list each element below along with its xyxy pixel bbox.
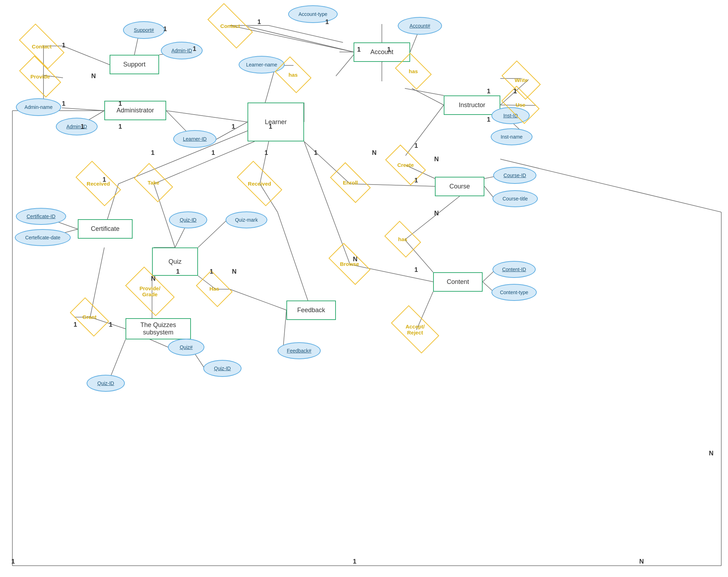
- card-10: 1: [118, 123, 122, 130]
- attr-content-id: Content-ID: [493, 261, 536, 278]
- rel-contact-left: Contact: [22, 35, 62, 57]
- rel-create: Create: [388, 155, 423, 175]
- card-30: 1: [513, 88, 517, 95]
- card-5: 1: [62, 42, 65, 49]
- card-24: 1: [414, 266, 418, 274]
- card-3: 1: [193, 45, 196, 53]
- rel-has-course: has: [388, 229, 417, 249]
- card-26: 1: [176, 268, 180, 275]
- rel-received-mid: Received: [240, 173, 279, 194]
- attr-admin-name: Admin-name: [16, 98, 61, 116]
- svg-line-35: [412, 88, 444, 105]
- svg-line-10: [336, 55, 354, 76]
- rel-provide: Provide: [22, 66, 58, 87]
- card-6: N: [91, 72, 96, 80]
- attr-support-num: Support#: [123, 21, 165, 39]
- attr-quiz-id-bottom: Quiz-ID: [203, 360, 241, 377]
- er-diagram: Account Support Administrator Learner In…: [0, 0, 728, 577]
- card-37: N: [232, 268, 237, 275]
- entity-learner: Learner: [247, 103, 304, 141]
- attr-quiz-id-top: Quiz-ID: [169, 211, 207, 228]
- rel-provide-grade: Provide/Grade: [129, 279, 171, 304]
- attr-account-num: Account#: [398, 17, 442, 35]
- card-17: 1: [314, 149, 318, 157]
- card-39: 1: [387, 46, 391, 53]
- card-15: 1: [211, 149, 215, 157]
- entity-support: Support: [110, 55, 159, 74]
- entity-quizzes-subsystem: The Quizzes subsystem: [126, 318, 191, 339]
- attr-learner-id: Learner-ID: [173, 130, 216, 148]
- card-18: N: [372, 149, 377, 157]
- card-16: 1: [264, 149, 268, 157]
- attr-cert-date: Certeficate-date: [15, 229, 71, 246]
- rel-write: Write: [505, 70, 537, 90]
- rel-grant: Grant: [73, 307, 106, 327]
- rel-contact-top: Contact: [210, 15, 250, 37]
- card-36: 1: [353, 558, 356, 565]
- rel-has-right: has: [399, 61, 428, 81]
- svg-line-22: [166, 111, 247, 122]
- card-27: 1: [210, 268, 213, 275]
- card-7: 1: [62, 100, 65, 107]
- rel-received-left: Received: [78, 173, 118, 194]
- entity-certificate: Certificate: [78, 219, 133, 239]
- svg-line-64: [230, 289, 286, 310]
- card-32: 1: [487, 116, 490, 123]
- attr-admin-id-top: Admin-ID: [161, 42, 203, 59]
- svg-line-78: [405, 88, 444, 95]
- rel-enroll: Enroll: [333, 173, 368, 193]
- card-4: 1: [163, 25, 167, 33]
- card-33: N: [709, 450, 714, 457]
- rel-use: Use: [505, 95, 536, 115]
- svg-line-41: [406, 105, 444, 156]
- rel-has-top: has: [279, 65, 308, 85]
- rel-take: Take: [137, 173, 170, 193]
- card-9: 1: [81, 123, 84, 130]
- card-2: 1: [325, 18, 329, 26]
- card-14: 1: [151, 149, 155, 157]
- entity-administrator: Administrator: [104, 101, 166, 120]
- rel-has-quiz: Has: [200, 279, 229, 299]
- attr-inst-name: Inst-name: [491, 128, 532, 145]
- card-34: N: [639, 558, 644, 565]
- card-20: N: [434, 156, 439, 163]
- card-31: 1: [487, 88, 490, 95]
- svg-line-13: [63, 46, 110, 65]
- svg-line-70: [278, 212, 311, 310]
- svg-line-76: [500, 159, 721, 212]
- rel-accept-reject: Accept/Reject: [394, 317, 436, 341]
- attr-admin-id-bottom: Admin-ID: [56, 118, 98, 135]
- card-8: 1: [118, 100, 122, 107]
- attr-quiz-id-outer: Quiz-ID: [87, 375, 125, 392]
- card-38: 1: [357, 46, 361, 53]
- entity-account: Account: [354, 42, 410, 62]
- entity-content: Content: [433, 272, 483, 292]
- attr-quiz-mark: Quiz-mark: [226, 211, 267, 228]
- card-22: N: [434, 210, 439, 217]
- card-1: 1: [257, 18, 261, 26]
- card-21: 1: [414, 177, 418, 184]
- svg-line-4: [269, 25, 343, 42]
- attr-content-type: Content-type: [491, 284, 537, 301]
- entity-feedback: Feedback: [286, 301, 336, 320]
- rel-browse: Browse: [331, 254, 368, 274]
- card-35: 1: [11, 558, 15, 565]
- card-29: 1: [109, 321, 112, 328]
- attr-quiz-num: Quiz#: [168, 339, 204, 356]
- card-25: N: [151, 275, 156, 282]
- svg-line-0: [247, 27, 354, 52]
- attr-course-title: Course-title: [493, 190, 538, 207]
- card-28: 1: [74, 321, 77, 328]
- attr-course-id: Course-ID: [493, 167, 536, 184]
- entity-instructor: Instructor: [444, 95, 500, 115]
- entity-quiz: Quiz: [152, 247, 198, 276]
- svg-line-20: [62, 108, 104, 111]
- connector-lines: [0, 0, 728, 577]
- attr-cert-id: Certificate-ID: [16, 208, 66, 225]
- attr-feedback-num: Feedback#: [278, 342, 321, 359]
- card-19: 1: [414, 142, 418, 150]
- card-12: 1: [269, 123, 272, 130]
- entity-course: Course: [435, 177, 484, 196]
- card-11: 1: [232, 123, 235, 130]
- attr-account-type: Account-type: [288, 5, 338, 23]
